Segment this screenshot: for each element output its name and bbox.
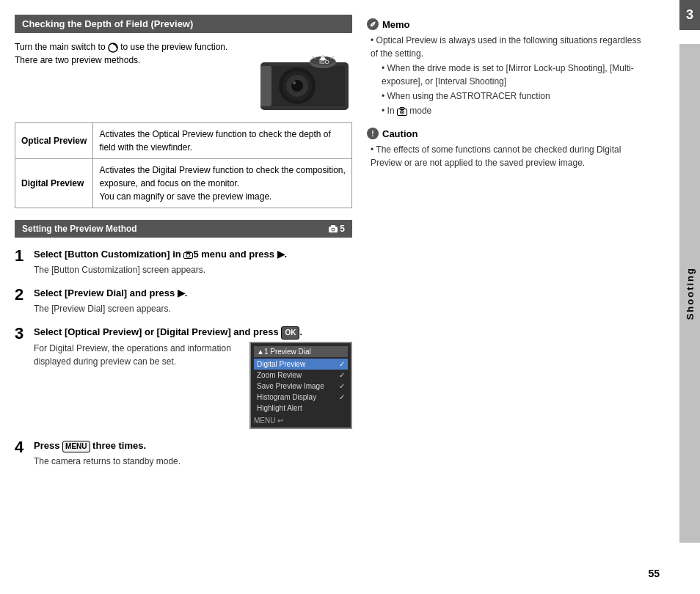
memo-sub-item-2: When using the ASTROTRACER function (382, 89, 646, 103)
caution-content: The effects of some functions cannot be … (367, 143, 646, 169)
right-column: ✐ Memo Optical Preview is always used in… (367, 15, 646, 579)
svg-rect-12 (260, 66, 271, 106)
main-content: Checking the Depth of Field (Preview) Tu… (0, 0, 679, 594)
step-3-text: For Digital Preview, the operations and … (34, 342, 242, 429)
left-column: Checking the Depth of Field (Preview) Tu… (15, 15, 352, 579)
memo-label: Memo (382, 19, 410, 30)
digital-preview-label: Digital Preview (15, 159, 93, 208)
screen-menu-bar: MENU ↩ (254, 417, 348, 425)
screen-row-zoom: Zoom Review ✓ (254, 370, 348, 381)
camera-image: ISO (257, 40, 352, 114)
optical-preview-label: Optical Preview (15, 123, 93, 159)
step-4-number: 4 (15, 439, 28, 468)
step-1-desc: The [Button Customization] screen appear… (34, 263, 352, 276)
chapter-label: Shooting (685, 267, 696, 320)
step-1-title: Select [Button Customization] in 5 menu … (34, 248, 352, 261)
section1-header: Checking the Depth of Field (Preview) (15, 15, 352, 33)
screen-mockup: ▲1 Preview Dial Digital Preview ✓ Zoom R… (249, 342, 352, 429)
optical-preview-desc: Activates the Optical Preview function t… (93, 123, 352, 159)
screen-selected-text: Digital Preview (257, 360, 305, 368)
screen-row-histogram-label: Histogram Display (257, 393, 316, 401)
screen-row-zoom-label: Zoom Review (257, 371, 302, 379)
svg-rect-18 (331, 225, 335, 227)
step-2-number: 2 (15, 287, 28, 315)
chapter-number: 3 (686, 7, 693, 22)
step-3-content: Select [Optical Preview] or [Digital Pre… (34, 326, 352, 429)
step-2-title: Select [Preview Dial] and press ▶. (34, 287, 352, 300)
screen-selected-row: Digital Preview ✓ (254, 359, 348, 370)
svg-point-7 (291, 80, 303, 92)
step-1: 1 Select [Button Customization] in 5 men… (15, 248, 352, 276)
step-3-number: 3 (15, 326, 28, 429)
svg-point-8 (293, 81, 296, 84)
scene-icon (397, 107, 407, 116)
badge-number: 5 (340, 224, 345, 234)
step-3-body: For Digital Preview, the operations and … (34, 342, 352, 429)
memo-sub-list: When the drive mode is set to [Mirror Lo… (371, 62, 646, 117)
table-row-digital: Digital Preview Activates the Digital Pr… (15, 159, 352, 208)
screen-title: ▲1 Preview Dial (257, 348, 311, 356)
menu-button-icon: MENU (62, 441, 90, 452)
screen-row-save: Save Preview Image ✓ (254, 381, 348, 392)
step-1-content: Select [Button Customization] in 5 menu … (34, 248, 352, 276)
caution-label: Caution (382, 128, 418, 139)
table-row-optical: Optical Preview Activates the Optical Pr… (15, 123, 352, 159)
screen-row-highlight-label: Highlight Alert (257, 404, 302, 412)
memo-sub-item-1: When the drive mode is set to [Mirror Lo… (382, 62, 646, 88)
camera-badge: 5 (328, 224, 345, 234)
screen-menu-label: MENU ↩ (254, 417, 283, 425)
screen-row-zoom-check: ✓ (339, 371, 345, 379)
intro-area: Turn the main switch to to use the previ… (15, 40, 352, 114)
caution-list: The effects of some functions cannot be … (367, 143, 646, 169)
step-2-content: Select [Preview Dial] and press ▶. The [… (34, 287, 352, 315)
memo-item-0: Optical Preview is always used in the fo… (371, 34, 646, 60)
step-4: 4 Press MENU three times. The camera ret… (15, 439, 352, 468)
screen-row-highlight: Highlight Alert (254, 403, 348, 414)
caution-icon: ! (367, 128, 379, 139)
section2-title: Setting the Preview Method (22, 224, 137, 234)
screen-row-save-label: Save Preview Image (257, 382, 324, 390)
step-3-title: Select [Optical Preview] or [Digital Pre… (34, 326, 352, 340)
intro-text: Turn the main switch to to use the previ… (15, 40, 249, 114)
screen-row-histogram-check: ✓ (339, 393, 345, 401)
memo-list: Optical Preview is always used in the fo… (367, 34, 646, 117)
side-panel: 3 Shooting (679, 0, 700, 594)
chapter-number-block: 3 (679, 0, 700, 30)
svg-point-23 (186, 254, 190, 257)
caution-title: ! Caution (367, 128, 646, 139)
section1-title: Checking the Depth of Field (Preview) (22, 18, 193, 29)
step-3-desc: For Digital Preview, the operations and … (34, 342, 242, 368)
chapter-label-block: Shooting (679, 44, 700, 543)
preview-table: Optical Preview Activates the Optical Pr… (15, 122, 352, 208)
memo-content: Optical Preview is always used in the fo… (367, 34, 646, 117)
camera-icon-step1 (183, 251, 193, 259)
step-3: 3 Select [Optical Preview] or [Digital P… (15, 326, 352, 429)
caution-item-0: The effects of some functions cannot be … (371, 143, 646, 169)
section2-header: Setting the Preview Method 5 (15, 220, 352, 238)
memo-sub-item-3: In mode (382, 104, 646, 117)
page-number: 55 (648, 568, 660, 579)
step-4-desc: The camera returns to standby mode. (34, 455, 352, 468)
caution-section: ! Caution The effects of some functions … (367, 128, 646, 169)
step-4-content: Press MENU three times. The camera retur… (34, 439, 352, 468)
digital-preview-desc: Activates the Digital Preview function t… (93, 159, 352, 208)
svg-point-0 (109, 43, 117, 52)
switch-icon (108, 43, 118, 53)
step-4-title: Press MENU three times. (34, 439, 352, 452)
step-2-desc: The [Preview Dial] screen appears. (34, 302, 352, 315)
camera-badge-icon (328, 224, 338, 233)
step-1-number: 1 (15, 248, 28, 276)
intro-line1: Turn the main switch to to use the previ… (15, 40, 249, 54)
memo-section: ✐ Memo Optical Preview is always used in… (367, 18, 646, 117)
camera-illustration: ISO (257, 40, 352, 114)
screen-row-save-check: ✓ (339, 382, 345, 390)
step-2: 2 Select [Preview Dial] and press ▶. The… (15, 287, 352, 315)
screen-row-histogram: Histogram Display ✓ (254, 392, 348, 403)
ok-button-icon: OK (281, 326, 299, 340)
screen-title-bar: ▲1 Preview Dial (254, 346, 348, 357)
page-container: Checking the Depth of Field (Preview) Tu… (0, 0, 700, 594)
intro-line2: There are two preview methods. (15, 54, 249, 67)
svg-point-27 (401, 111, 403, 113)
svg-point-20 (332, 229, 335, 231)
screen-checkmark: ✓ (339, 360, 345, 368)
